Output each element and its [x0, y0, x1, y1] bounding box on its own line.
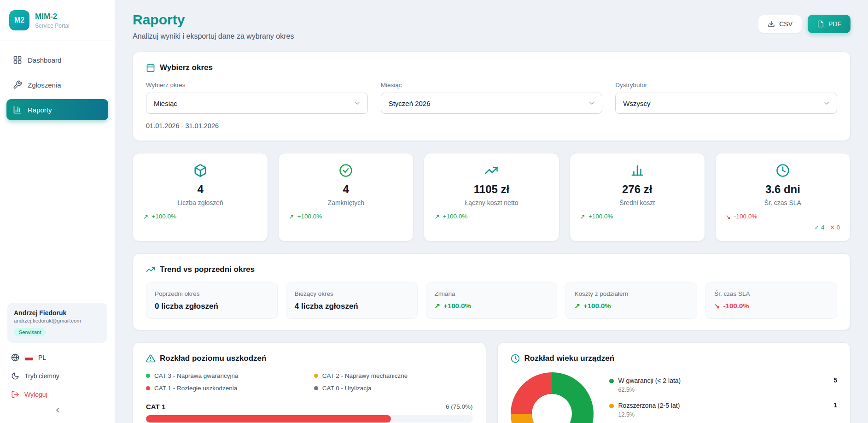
legend-item-cat0: CAT 0 - Utylizacja [314, 385, 473, 392]
stat-label: Zamkniętych [289, 199, 403, 206]
user-name: Andrzej Fiedoruk [14, 309, 101, 317]
pdf-button-label: PDF [828, 20, 841, 28]
month-select[interactable]: Styczeń 2026 [381, 93, 603, 114]
clock-icon [511, 354, 520, 363]
trend-panel-value: ↗ +100.0% [435, 302, 549, 310]
stat-value: 4 [143, 183, 257, 196]
distributor-field: Dystrybutor Wszyscy [615, 82, 837, 114]
trend-panel-label: Śr. czas SLA [714, 290, 828, 297]
legend-dot [609, 379, 614, 383]
sidebar-collapse-button[interactable] [7, 404, 107, 419]
period-type-value: Miesiąc [154, 100, 177, 107]
age-count: 5 [833, 376, 837, 384]
age-pct: 62.5% [618, 387, 681, 393]
bottom-row: Rozkład poziomu uszkodzeń CAT 3 - Napraw… [133, 342, 851, 423]
trend-up-arrow-icon: ↗ [580, 213, 585, 220]
trend-up-arrow-icon: ↗ [143, 213, 148, 220]
legend-item-cat1: CAT 1 - Rozległe uszkodzenia [146, 385, 305, 392]
sidebar-item-dashboard[interactable]: Dashboard [6, 49, 108, 70]
period-filter-card: Wybierz okres Wybierz okres Miesiąc Mies… [133, 52, 851, 141]
trend-up-arrow-icon: ↗ [289, 213, 294, 220]
trend-value: +100.0% [297, 213, 322, 220]
page-title: Raporty [133, 12, 294, 28]
page-subtitle: Analizuj wyniki i eksportuj dane za wybr… [133, 32, 294, 41]
distributor-select[interactable]: Wszyscy [615, 93, 837, 114]
logout-icon [11, 390, 19, 399]
age-row-rozszerzona: Rozszerzona (2-5 lat) 12.5% 1 [609, 397, 838, 422]
trend-panel-value: 0 liczba zgłoszeń [155, 302, 269, 311]
app-logo-row: M2 MIM-2 Service Portal [0, 0, 115, 41]
stat-card-laczny-koszt: 1105 zł Łączny koszt netto ↗ +100.0% [424, 153, 559, 241]
device-age-title: Rozkład wieku urządzeń [524, 354, 615, 363]
sidebar-item-label: Zgłoszenia [28, 81, 61, 89]
export-csv-button[interactable]: CSV [758, 15, 802, 33]
trend-panel-label: Poprzedni okres [155, 290, 269, 297]
damage-bar-header: CAT 1 6 (75.0%) [146, 403, 473, 411]
stat-value: 3.6 dni [726, 183, 840, 196]
file-icon [817, 20, 824, 28]
trend-grid: Poprzedni okres 0 liczba zgłoszeń Bieżąc… [146, 282, 837, 319]
trend-panel-value: 4 liczba zgłoszeń [295, 302, 409, 311]
trend-panel-label: Bieżący okres [295, 290, 409, 297]
language-switcher[interactable]: PL [7, 348, 107, 367]
trend-section: Trend vs poprzedni okres Poprzedni okres… [133, 253, 851, 330]
sla-fail-value: 0 [837, 224, 840, 231]
date-range-text: 01.01.2026 - 31.01.2026 [146, 122, 837, 129]
main-content: Raporty Analizuj wyniki i eksportuj dane… [115, 0, 868, 423]
period-type-select[interactable]: Miesiąc [146, 93, 368, 114]
dark-mode-label: Tryb ciemny [24, 372, 59, 380]
age-label: W gwarancji (< 2 lata) [618, 377, 681, 384]
export-pdf-button[interactable]: PDF [808, 15, 851, 33]
chevron-down-icon [823, 100, 830, 107]
trend-panel-sla: Śr. czas SLA ↘ -100.0% [705, 282, 837, 319]
stat-value: 4 [289, 183, 403, 196]
stat-value: 1105 zł [434, 183, 548, 196]
logout-button[interactable]: Wyloguj [7, 385, 107, 404]
bar-chart-icon [580, 164, 694, 177]
clock-icon [726, 164, 840, 177]
sidebar-item-raporty[interactable]: Raporty [6, 99, 108, 120]
dark-mode-toggle[interactable]: Tryb ciemny [7, 367, 107, 385]
trend-value: +100.0% [443, 213, 468, 220]
trend-value: +100.0% [588, 213, 613, 220]
stat-trend: ↘ -100.0% [726, 213, 840, 220]
sidebar-item-zgloszenia[interactable]: Zgłoszenia [6, 74, 108, 95]
chevron-left-icon [54, 406, 61, 414]
age-pct: 12.5% [618, 411, 680, 418]
stats-row: 4 Liczba zgłoszeń ↗ +100.0% 4 Zamkniętyc… [133, 153, 851, 241]
legend-dot [314, 374, 318, 378]
legend-label: CAT 0 - Utylizacja [322, 385, 372, 392]
month-value: Styczeń 2026 [389, 100, 431, 107]
damage-bar-track [146, 415, 473, 423]
trend-panel-trend: -100.0% [723, 302, 749, 310]
stat-trend: ↗ +100.0% [434, 213, 548, 220]
month-field: Miesiąc Styczeń 2026 [381, 82, 603, 114]
period-type-label: Wybierz okres [146, 82, 368, 88]
damage-bar-label: CAT 1 [146, 403, 165, 411]
damage-distribution-card: Rozkład poziomu uszkodzeń CAT 3 - Napraw… [133, 342, 486, 423]
stat-trend: ↗ +100.0% [580, 213, 694, 220]
trend-panel-koszty: Koszty z podziałem ↗ +100.0% [565, 282, 697, 319]
alert-triangle-icon [146, 354, 155, 363]
globe-icon [11, 353, 19, 362]
chevron-down-icon [588, 100, 595, 107]
month-label: Miesiąc [381, 82, 603, 88]
age-row-gwarancja: W gwarancji (< 2 lata) 62.5% 5 [609, 372, 838, 397]
trend-panel-value: ↘ -100.0% [714, 302, 828, 310]
damage-bar-value: 6 (75.0%) [446, 403, 473, 410]
device-age-donut [511, 372, 594, 423]
sla-ok-count: ✓ 4 [814, 224, 824, 231]
page-header: Raporty Analizuj wyniki i eksportuj dane… [133, 12, 851, 41]
sidebar-item-label: Dashboard [28, 56, 61, 64]
user-role-badge: Serwisant [14, 328, 46, 336]
trend-value: +100.0% [151, 213, 176, 220]
period-type-field: Wybierz okres Miesiąc [146, 82, 368, 114]
trend-title-row: Trend vs poprzedni okres [146, 265, 837, 274]
stat-card-czas-sla: 3.6 dni Śr. czas SLA ↘ -100.0% ✓ 4 ✕ 0 [715, 153, 851, 241]
trending-up-icon [146, 265, 155, 274]
stat-card-zamknietych: 4 Zamkniętych ↗ +100.0% [278, 153, 414, 241]
logout-label: Wyloguj [24, 391, 47, 398]
legend-item-cat2: CAT 2 - Naprawy mechaniczne [314, 372, 473, 379]
trend-panel-biezacy: Bieżący okres 4 liczba zgłoszeń [286, 282, 418, 319]
trend-panel-trend: +100.0% [443, 302, 471, 310]
